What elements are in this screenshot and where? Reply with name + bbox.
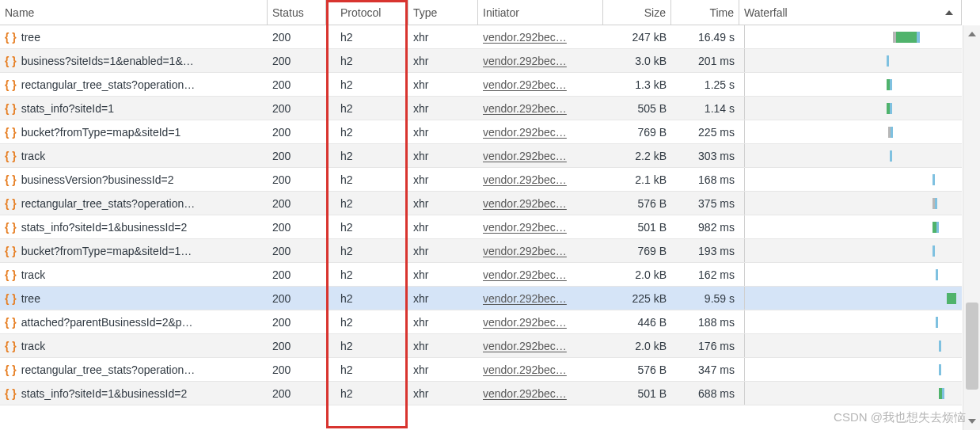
cell-protocol: h2 xyxy=(326,382,408,405)
table-row[interactable]: { }track200h2xhrvendor.292bec…2.2 kB303 … xyxy=(0,144,962,168)
waterfall-track xyxy=(739,310,962,333)
cell-initiator[interactable]: vendor.292bec… xyxy=(478,73,603,96)
header-initiator[interactable]: Initiator xyxy=(478,0,603,25)
cell-initiator[interactable]: vendor.292bec… xyxy=(478,215,603,238)
cell-waterfall xyxy=(739,358,962,381)
table-row[interactable]: { }tree200h2xhrvendor.292bec…225 kB9.59 … xyxy=(0,287,962,310)
request-name: businessVersion?businessId=2 xyxy=(21,173,174,186)
cell-initiator[interactable]: vendor.292bec… xyxy=(478,120,603,143)
initiator-link[interactable]: vendor.292bec… xyxy=(483,102,567,115)
table-row[interactable]: { }rectangular_tree_stats?operation…200h… xyxy=(0,73,962,97)
cell-name[interactable]: { }rectangular_tree_stats?operation… xyxy=(0,358,268,381)
cell-name[interactable]: { }attached?parentBusinessId=2&p… xyxy=(0,310,268,333)
cell-name[interactable]: { }stats_info?siteId=1&businessId=2 xyxy=(0,382,268,405)
cell-initiator[interactable]: vendor.292bec… xyxy=(478,287,603,310)
cell-initiator[interactable]: vendor.292bec… xyxy=(478,192,603,215)
scroll-up-icon[interactable] xyxy=(968,32,976,36)
cell-time: 303 ms xyxy=(671,144,739,167)
cell-name[interactable]: { }stats_info?siteId=1&businessId=2 xyxy=(0,215,268,238)
scroll-down-icon[interactable] xyxy=(968,419,976,424)
header-size[interactable]: Size xyxy=(603,0,671,25)
cell-initiator[interactable]: vendor.292bec… xyxy=(478,382,603,405)
table-row[interactable]: { }tree200h2xhrvendor.292bec…247 kB16.49… xyxy=(0,25,962,49)
cell-name[interactable]: { }businessVersion?businessId=2 xyxy=(0,168,268,191)
table-row[interactable]: { }stats_info?siteId=1200h2xhrvendor.292… xyxy=(0,97,962,120)
header-name[interactable]: Name xyxy=(0,0,268,25)
header-type[interactable]: Type xyxy=(408,0,478,25)
cell-initiator[interactable]: vendor.292bec… xyxy=(478,334,603,357)
initiator-link[interactable]: vendor.292bec… xyxy=(483,340,567,352)
cell-name[interactable]: { }track xyxy=(0,334,268,357)
initiator-link[interactable]: vendor.292bec… xyxy=(483,245,567,257)
cell-status: 200 xyxy=(268,334,326,357)
initiator-link[interactable]: vendor.292bec… xyxy=(483,78,567,91)
header-status[interactable]: Status xyxy=(268,0,326,25)
waterfall-ruler xyxy=(744,239,745,262)
cell-name[interactable]: { }track xyxy=(0,263,268,286)
table-row[interactable]: { }bucket?fromType=map&siteId=1…200h2xhr… xyxy=(0,239,962,263)
initiator-link[interactable]: vendor.292bec… xyxy=(483,292,567,305)
table-row[interactable]: { }attached?parentBusinessId=2&p…200h2xh… xyxy=(0,310,962,334)
cell-name[interactable]: { }rectangular_tree_stats?operation… xyxy=(0,192,268,215)
cell-name[interactable]: { }bucket?fromType=map&siteId=1 xyxy=(0,120,268,143)
cell-initiator[interactable]: vendor.292bec… xyxy=(478,358,603,381)
header-waterfall[interactable]: Waterfall xyxy=(739,0,962,25)
xhr-braces-icon: { } xyxy=(5,268,17,281)
initiator-link[interactable]: vendor.292bec… xyxy=(483,387,567,400)
initiator-link[interactable]: vendor.292bec… xyxy=(483,363,567,376)
initiator-link[interactable]: vendor.292bec… xyxy=(483,197,567,210)
cell-initiator[interactable]: vendor.292bec… xyxy=(478,49,603,72)
cell-name[interactable]: { }tree xyxy=(0,287,268,310)
cell-type: xhr xyxy=(408,287,478,310)
table-row[interactable]: { }stats_info?siteId=1&businessId=2200h2… xyxy=(0,382,962,405)
table-row[interactable]: { }businessVersion?businessId=2200h2xhrv… xyxy=(0,168,962,192)
waterfall-ruler xyxy=(744,334,745,357)
cell-initiator[interactable]: vendor.292bec… xyxy=(478,239,603,262)
waterfall-ruler xyxy=(744,168,745,191)
initiator-link[interactable]: vendor.292bec… xyxy=(483,173,567,186)
cell-name[interactable]: { }business?siteIds=1&enabled=1&… xyxy=(0,49,268,72)
cell-status: 200 xyxy=(268,287,326,310)
table-row[interactable]: { }business?siteIds=1&enabled=1&…200h2xh… xyxy=(0,49,962,73)
cell-name[interactable]: { }track xyxy=(0,144,268,167)
cell-name[interactable]: { }tree xyxy=(0,25,268,48)
cell-type: xhr xyxy=(408,358,478,381)
cell-name[interactable]: { }rectangular_tree_stats?operation… xyxy=(0,73,268,96)
cell-initiator[interactable]: vendor.292bec… xyxy=(478,144,603,167)
table-row[interactable]: { }stats_info?siteId=1&businessId=2200h2… xyxy=(0,215,962,239)
xhr-braces-icon: { } xyxy=(5,363,17,376)
waterfall-segment xyxy=(947,293,956,304)
initiator-link[interactable]: vendor.292bec… xyxy=(483,150,567,162)
initiator-link[interactable]: vendor.292bec… xyxy=(483,126,567,139)
header-time[interactable]: Time xyxy=(671,0,739,25)
xhr-braces-icon: { } xyxy=(5,55,17,67)
cell-name[interactable]: { }stats_info?siteId=1 xyxy=(0,97,268,120)
request-name: rectangular_tree_stats?operation… xyxy=(21,363,195,376)
cell-initiator[interactable]: vendor.292bec… xyxy=(478,25,603,48)
cell-initiator[interactable]: vendor.292bec… xyxy=(478,310,603,333)
table-row[interactable]: { }bucket?fromType=map&siteId=1200h2xhrv… xyxy=(0,120,962,144)
scroll-thumb[interactable] xyxy=(966,303,978,390)
initiator-link[interactable]: vendor.292bec… xyxy=(483,316,567,329)
initiator-link[interactable]: vendor.292bec… xyxy=(483,31,567,44)
waterfall-track xyxy=(739,25,962,48)
table-row[interactable]: { }rectangular_tree_stats?operation…200h… xyxy=(0,358,962,382)
request-name: rectangular_tree_stats?operation… xyxy=(21,197,195,210)
initiator-link[interactable]: vendor.292bec… xyxy=(483,55,567,67)
table-row[interactable]: { }rectangular_tree_stats?operation…200h… xyxy=(0,192,962,215)
cell-name[interactable]: { }bucket?fromType=map&siteId=1… xyxy=(0,239,268,262)
cell-initiator[interactable]: vendor.292bec… xyxy=(478,97,603,120)
cell-initiator[interactable]: vendor.292bec… xyxy=(478,263,603,286)
initiator-link[interactable]: vendor.292bec… xyxy=(483,221,567,234)
waterfall-ruler xyxy=(744,120,745,143)
waterfall-track xyxy=(739,168,962,191)
initiator-link[interactable]: vendor.292bec… xyxy=(483,268,567,281)
table-row[interactable]: { }track200h2xhrvendor.292bec…2.0 kB162 … xyxy=(0,263,962,287)
cell-waterfall xyxy=(739,382,962,405)
cell-waterfall xyxy=(739,97,962,120)
vertical-scrollbar[interactable] xyxy=(963,25,980,430)
cell-initiator[interactable]: vendor.292bec… xyxy=(478,168,603,191)
cell-time: 193 ms xyxy=(671,239,739,262)
header-protocol[interactable]: Protocol xyxy=(326,0,408,25)
table-row[interactable]: { }track200h2xhrvendor.292bec…2.0 kB176 … xyxy=(0,334,962,358)
